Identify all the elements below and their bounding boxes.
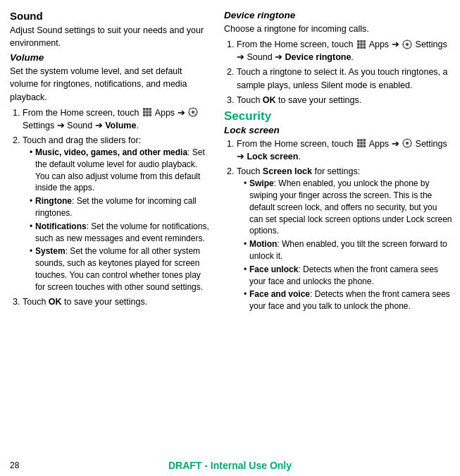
svg-rect-14 bbox=[197, 112, 198, 113]
bullet-system: System: Set the volume for all other sys… bbox=[30, 245, 211, 293]
svg-rect-38 bbox=[360, 142, 363, 145]
svg-rect-39 bbox=[363, 142, 366, 145]
bullet-notifications: Notifications: Set the volume for notifi… bbox=[30, 221, 211, 245]
svg-rect-34 bbox=[357, 139, 360, 142]
svg-rect-19 bbox=[357, 40, 360, 43]
svg-rect-21 bbox=[363, 40, 366, 43]
svg-rect-26 bbox=[360, 46, 363, 49]
svg-rect-32 bbox=[403, 44, 404, 44]
device-ringtone-intro: Choose a ringtone for incoming calls. bbox=[224, 23, 453, 35]
bullet-motion: Motion: When enabled, you tilt the scree… bbox=[244, 238, 453, 262]
svg-rect-37 bbox=[357, 142, 360, 145]
svg-rect-22 bbox=[357, 43, 360, 46]
svg-point-44 bbox=[406, 142, 409, 145]
svg-rect-12 bbox=[192, 116, 193, 117]
svg-rect-6 bbox=[143, 114, 146, 117]
svg-rect-24 bbox=[363, 43, 366, 46]
svg-point-29 bbox=[406, 43, 409, 46]
bullet-face-voice: Face and voice: Detects when the front c… bbox=[244, 288, 453, 312]
svg-rect-36 bbox=[363, 139, 366, 142]
svg-rect-4 bbox=[146, 111, 149, 114]
svg-rect-20 bbox=[360, 40, 363, 43]
svg-rect-7 bbox=[146, 114, 149, 117]
volume-bullets: Music, video, games, and other media: Se… bbox=[30, 147, 211, 293]
lock-screen-title: Lock screen bbox=[224, 125, 453, 135]
svg-rect-13 bbox=[189, 112, 190, 113]
lock-steps: From the Home screen, touch Apps ➔ bbox=[237, 138, 453, 312]
svg-rect-35 bbox=[360, 139, 363, 142]
svg-rect-30 bbox=[406, 39, 407, 41]
settings-icon-2 bbox=[402, 39, 415, 49]
bullet-face-unlock: Face unlock: Detects when the front came… bbox=[244, 264, 453, 288]
svg-rect-23 bbox=[360, 43, 363, 46]
svg-rect-31 bbox=[406, 47, 407, 49]
svg-rect-11 bbox=[192, 108, 193, 109]
volume-intro: Set the system volume level, and set def… bbox=[10, 65, 211, 103]
sound-intro: Adjust Sound settings to suit your needs… bbox=[10, 24, 211, 49]
svg-point-10 bbox=[192, 111, 194, 114]
device-ringtone-title: Device ringtone bbox=[224, 10, 453, 20]
left-column: Sound Adjust Sound settings to suit your… bbox=[0, 7, 218, 455]
lock-bullets: Swipe: When enabled, you unlock the phon… bbox=[244, 178, 453, 312]
volume-step-2: Touch and drag the sliders for: Music, v… bbox=[23, 134, 211, 293]
svg-rect-5 bbox=[149, 111, 151, 114]
svg-rect-47 bbox=[403, 143, 404, 144]
footer-text: DRAFT - Internal Use Only bbox=[168, 460, 292, 471]
volume-steps: From the Home screen, touch Apps ➔ bbox=[23, 106, 211, 308]
svg-rect-0 bbox=[143, 108, 146, 111]
svg-rect-2 bbox=[149, 108, 151, 111]
security-title: Security bbox=[224, 109, 453, 123]
settings-icon-1 bbox=[187, 108, 199, 118]
svg-rect-1 bbox=[146, 108, 149, 111]
svg-rect-8 bbox=[149, 114, 151, 117]
device-step-1: From the Home screen, touch Apps ➔ bbox=[237, 38, 453, 63]
sound-title: Sound bbox=[10, 10, 211, 22]
bullet-ringtone: Ringtone: Set the volume for incoming ca… bbox=[30, 195, 211, 219]
bullet-music: Music, video, games, and other media: Se… bbox=[30, 147, 211, 194]
svg-rect-27 bbox=[363, 46, 366, 49]
apps-icon-3 bbox=[356, 139, 369, 149]
right-column: Device ringtone Choose a ringtone for in… bbox=[218, 7, 460, 455]
lock-step-1: From the Home screen, touch Apps ➔ bbox=[237, 138, 453, 163]
volume-title: Volume bbox=[10, 52, 211, 63]
device-step-3: Touch OK to save your settings. bbox=[237, 94, 453, 106]
page-number: 28 bbox=[10, 460, 19, 470]
apps-icon-2 bbox=[356, 39, 369, 49]
device-step-2: Touch a ringtone to select it. As you to… bbox=[237, 66, 453, 91]
volume-step-3: Touch OK to save your settings. bbox=[23, 295, 211, 308]
svg-rect-45 bbox=[406, 139, 407, 140]
svg-rect-46 bbox=[406, 147, 407, 148]
svg-rect-42 bbox=[363, 145, 366, 148]
svg-rect-48 bbox=[411, 143, 412, 144]
svg-rect-40 bbox=[357, 145, 360, 148]
page-layout: Sound Adjust Sound settings to suit your… bbox=[0, 0, 460, 476]
device-steps: From the Home screen, touch Apps ➔ bbox=[237, 38, 453, 106]
bullet-swipe: Swipe: When enabled, you unlock the phon… bbox=[244, 178, 453, 237]
settings-icon-3 bbox=[402, 139, 415, 149]
apps-icon-1 bbox=[142, 108, 155, 118]
lock-step-2: Touch Screen lock for settings: Swipe: W… bbox=[237, 165, 453, 312]
svg-rect-3 bbox=[143, 111, 146, 114]
volume-step-1: From the Home screen, touch Apps ➔ bbox=[23, 106, 211, 132]
svg-rect-25 bbox=[357, 46, 360, 49]
svg-rect-33 bbox=[411, 44, 412, 44]
svg-rect-41 bbox=[360, 145, 363, 148]
footer: DRAFT - Internal Use Only bbox=[0, 455, 460, 476]
